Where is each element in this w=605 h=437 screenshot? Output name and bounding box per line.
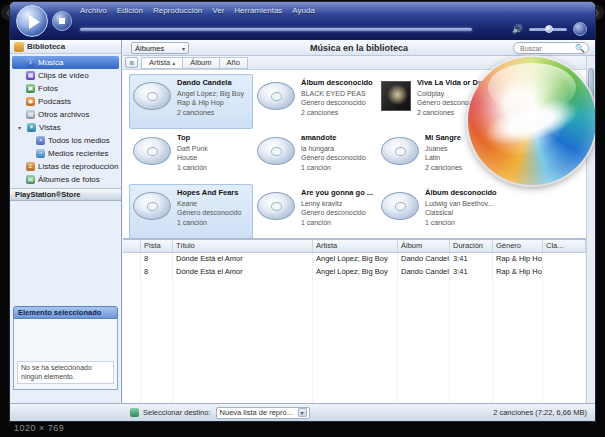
album-title: Álbum desconocido bbox=[425, 188, 497, 199]
chevron-down-icon: ▾ bbox=[298, 408, 307, 417]
collapse-icon[interactable]: ▾ bbox=[18, 124, 24, 131]
album-count: 2 canciones bbox=[425, 163, 462, 173]
titlebar: Archivo Edición Reproducción Ver Herrami… bbox=[10, 2, 595, 40]
view-header: Álbumes ▾ Música en la biblioteca 🔍 bbox=[123, 40, 595, 56]
recent-media-icon: ◔ bbox=[36, 149, 45, 158]
sidebar-item-listas-de-reproduccion[interactable]: ≡ Listas de reproducción bbox=[10, 160, 121, 173]
sort-label: Año bbox=[227, 58, 240, 67]
album-are-you-gonna-go[interactable]: Are you gonna go ... Lenny kravitz Géner… bbox=[253, 184, 377, 239]
wmp-logo bbox=[468, 57, 595, 185]
sidebar-item-label: Medios recientes bbox=[48, 149, 108, 158]
volume-knob[interactable] bbox=[545, 25, 553, 33]
all-media-icon: ▪ bbox=[36, 136, 45, 145]
cd-icon bbox=[133, 82, 171, 110]
podcast-icon: ◉ bbox=[26, 97, 35, 106]
album-genre: House bbox=[177, 153, 208, 163]
menu-archivo[interactable]: Archivo bbox=[80, 6, 107, 15]
album-artist: la húngara bbox=[301, 144, 366, 154]
searchbox: 🔍 bbox=[513, 42, 589, 54]
cell-status bbox=[123, 253, 141, 266]
album-hopes-and-fears[interactable]: Hopes And Fears Keane Género desconocido… bbox=[129, 184, 253, 239]
statusbar: Seleccionar destino: Nueva lista de repr… bbox=[10, 403, 595, 421]
menu-ver[interactable]: Ver bbox=[212, 6, 224, 15]
album-art-image bbox=[381, 81, 411, 111]
column-duracion[interactable]: Duración bbox=[450, 240, 493, 252]
album-dando-candela[interactable]: Dando Candela Angel López; Big Boy Rap &… bbox=[129, 74, 253, 129]
menu-edicion[interactable]: Edición bbox=[117, 6, 143, 15]
volume-slider[interactable] bbox=[529, 28, 567, 31]
sort-artista-button[interactable]: Artista bbox=[141, 57, 182, 69]
column-album[interactable]: Álbum bbox=[398, 240, 450, 252]
sidebar-item-todos-los-medios[interactable]: ▪ Todos los medios bbox=[10, 134, 121, 147]
sort-album-button[interactable]: Álbum bbox=[182, 57, 218, 69]
cell-artista: Angel López; Big Boy bbox=[313, 253, 398, 266]
cell-album: Dando Candela bbox=[398, 266, 450, 279]
column-clasificacion[interactable]: Cla... bbox=[543, 240, 586, 252]
album-genre: Género desconocido bbox=[301, 208, 373, 218]
tracklist-empty-area bbox=[123, 279, 586, 403]
playstation-store-header[interactable]: PlayStation®Store bbox=[10, 188, 121, 201]
album-info: Hopes And Fears Keane Género desconocido… bbox=[177, 188, 242, 235]
sidebar-item-label: Listas de reproducción bbox=[38, 162, 119, 171]
play-icon bbox=[29, 15, 40, 29]
seek-slider[interactable] bbox=[80, 28, 472, 31]
cd-icon bbox=[257, 137, 295, 165]
album-top[interactable]: Top Daft Punk House 1 canción bbox=[129, 129, 253, 184]
sidebar-item-clips-de-video[interactable]: ▦ Clips de vídeo bbox=[10, 69, 121, 82]
search-input[interactable] bbox=[514, 43, 574, 53]
library-header: Biblioteca bbox=[10, 40, 121, 54]
sidebar-item-vistas[interactable]: ▾ ✦ Vistas bbox=[10, 121, 121, 134]
photo-album-icon: ▤ bbox=[26, 175, 35, 184]
selection-summary: 2 canciones (7:22, 6,66 MB) bbox=[493, 408, 587, 417]
destination-dropdown[interactable]: Nueva lista de repro... ▾ bbox=[216, 407, 310, 419]
table-row[interactable]: 8 Dónde Está el Amor Angel López; Big Bo… bbox=[123, 266, 586, 279]
album-artist: Keane bbox=[177, 199, 242, 209]
album-genre: Género desconocido bbox=[301, 98, 373, 108]
sidebar-item-musica[interactable]: ♪ Música bbox=[12, 56, 119, 69]
album-info: Álbum desconocido Ludwig van Beethov... … bbox=[425, 188, 497, 235]
destination-value: Nueva lista de repro... bbox=[220, 408, 293, 417]
album-genre: Género desconocido bbox=[177, 208, 242, 218]
cell-titulo: Dónde Está el Amor bbox=[173, 253, 313, 266]
selected-item-title: Elemento seleccionado bbox=[18, 308, 101, 317]
tracklist: Pista Título Artista Álbum Duración Géne… bbox=[123, 238, 586, 403]
sidebar-item-otros-archivos[interactable]: ▤ Otros archivos bbox=[10, 108, 121, 121]
album-amandote[interactable]: amandote la húngara Género desconocido 1… bbox=[253, 129, 377, 184]
cell-clasificacion bbox=[543, 253, 586, 266]
search-icon[interactable]: 🔍 bbox=[575, 44, 585, 53]
speaker-icon[interactable]: 🔊 bbox=[512, 24, 523, 34]
sidebar-item-fotos[interactable]: ▣ Fotos bbox=[10, 82, 121, 95]
table-row[interactable]: 8 Dónde Está el Amor Angel López; Big Bo… bbox=[123, 253, 586, 266]
album-artist: Juanes bbox=[425, 144, 462, 154]
album-desconocido-beethoven[interactable]: Álbum desconocido Ludwig van Beethov... … bbox=[377, 184, 501, 239]
menu-reproduccion[interactable]: Reproducción bbox=[153, 6, 202, 15]
album-title: amandote bbox=[301, 133, 366, 144]
column-titulo[interactable]: Título bbox=[173, 240, 313, 252]
selected-item-body: No se ha seleccionado ningún elemento. bbox=[13, 319, 118, 390]
menu-ayuda[interactable]: Ayuda bbox=[292, 6, 315, 15]
album-artist: BLACK EYED PEAS bbox=[301, 89, 373, 99]
menu-herramientas[interactable]: Herramientas bbox=[234, 6, 282, 15]
album-desconocido-bep[interactable]: Álbum desconocido BLACK EYED PEAS Género… bbox=[253, 74, 377, 129]
column-artista[interactable]: Artista bbox=[313, 240, 398, 252]
cd-icon bbox=[257, 82, 295, 110]
play-button[interactable] bbox=[16, 5, 48, 37]
sidebar-item-podcasts[interactable]: ◉ Podcasts bbox=[10, 95, 121, 108]
album-title: Top bbox=[177, 133, 208, 144]
cd-icon bbox=[133, 192, 171, 220]
album-title: Álbum desconocido bbox=[301, 78, 373, 89]
album-info: Dando Candela Angel López; Big Boy Rap &… bbox=[177, 78, 244, 125]
destination-icon bbox=[130, 408, 139, 417]
stop-button[interactable] bbox=[52, 11, 72, 31]
layout-options-icon[interactable]: ≣ bbox=[125, 57, 138, 68]
column-status[interactable] bbox=[123, 240, 141, 252]
sidebar-item-albumes-de-fotos[interactable]: ▤ Álbumes de fotos bbox=[10, 173, 121, 186]
column-pista[interactable]: Pista bbox=[141, 240, 173, 252]
cell-duracion: 3:41 bbox=[450, 266, 493, 279]
mode-round-button[interactable] bbox=[573, 22, 587, 36]
sidebar-item-medios-recientes[interactable]: ◔ Medios recientes bbox=[10, 147, 121, 160]
column-genero[interactable]: Género bbox=[493, 240, 543, 252]
sort-ano-button[interactable]: Año bbox=[219, 57, 248, 69]
library-icon bbox=[14, 42, 24, 52]
sidebar-item-label: Clips de vídeo bbox=[38, 71, 89, 80]
